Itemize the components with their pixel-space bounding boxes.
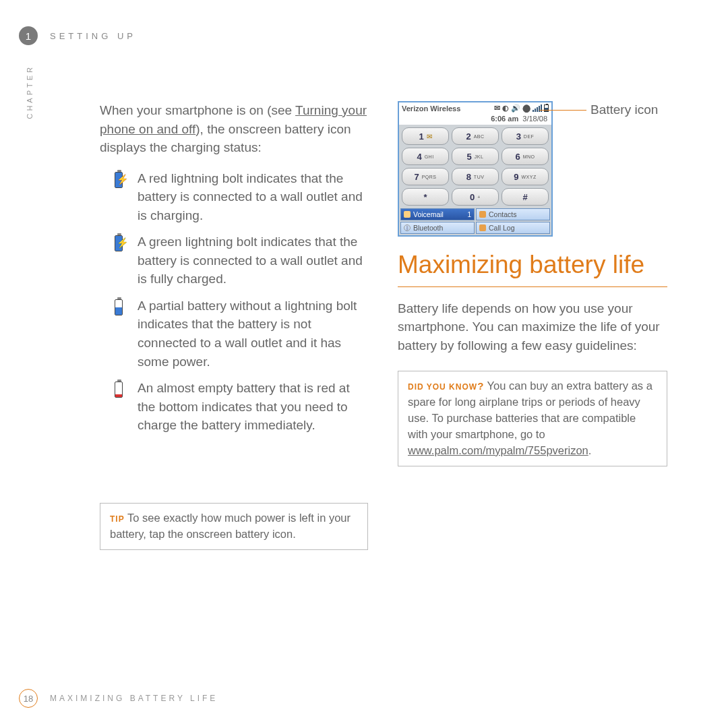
key-6[interactable]: 6MNO [502,148,549,165]
phone-screen: Verizon Wireless ✉ ◐ 🔊 ⬤ 6:06 am 3/18/08 [398,101,553,237]
list-item-text: An almost empty battery that is red at t… [138,379,368,435]
page-header: 1 SETTING UP [19,26,701,46]
softkey-contacts[interactable]: Contacts [476,208,550,220]
did-you-know-box: DID YOU KNOW? You can buy an extra batte… [398,371,667,466]
chapter-number-badge: 1 [19,26,38,45]
softkey-calllog[interactable]: Call Log [476,222,550,234]
page-number: 18 [19,689,38,708]
battery-empty-icon [100,379,138,435]
dyk-tail: . [588,444,592,456]
sound-icon: 🔊 [511,104,520,113]
page-footer: 18 MAXIMIZING BATTERY LIFE [19,689,218,708]
section-heading: Maximizing battery life [398,250,667,287]
intro-pre: When your smartphone is on (see [100,103,295,117]
key-8[interactable]: 8TUV [452,168,499,185]
mail-icon: ✉ [494,104,500,113]
battery-icon[interactable] [544,104,549,112]
battery-status-list: ⚡ A red lightning bolt indicates that th… [100,169,368,435]
list-item: An almost empty battery that is red at t… [100,379,368,435]
key-7[interactable]: 7PQRS [402,168,449,185]
key-hash[interactable]: # [502,188,549,206]
key-9[interactable]: 9WXYZ [502,168,549,185]
softkey-row-1: Voicemail1 Contacts [399,208,551,222]
dyk-link[interactable]: www.palm.com/mypalm/755pverizon [408,444,588,456]
chapter-side-label: CHAPTER [26,65,34,119]
key-1[interactable]: 1✉ [402,127,449,145]
list-item-text: A partial battery without a lightning bo… [138,297,368,371]
contacts-icon [479,211,486,218]
list-item-text: A red lightning bolt indicates that the … [138,169,368,225]
softkey-row-2: ᛒBluetooth Call Log [399,222,551,235]
key-4[interactable]: 4GHI [402,148,449,165]
chapter-name: SETTING UP [50,31,136,41]
list-item-text: A green lightning bolt indicates that th… [138,233,368,289]
network-icon: ⬤ [522,104,530,113]
battery-partial-icon [100,297,138,371]
softkey-voicemail[interactable]: Voicemail1 [400,208,475,220]
voicemail-icon [404,211,411,218]
signal-icon [533,105,542,112]
section-body: Battery life depends on how you use your… [398,299,667,355]
callout-label: Battery icon [590,102,658,117]
dyk-lead: DID YOU KNOW? [408,382,484,392]
battery-charging-red-icon: ⚡ [100,169,138,225]
tip-body: To see exactly how much power is left in… [110,512,351,540]
phone-date: 3/18/08 [522,115,547,123]
bluetooth-icon: ᛒ [404,224,411,231]
key-3[interactable]: 3DEF [502,127,549,145]
list-item: ⚡ A green lightning bolt indicates that … [100,233,368,289]
voicemail-glyph-icon: ✉ [427,133,432,140]
phone-time: 6:06 am [491,115,518,123]
calllog-icon [479,224,486,231]
key-2[interactable]: 2ABC [452,127,499,145]
left-column: When your smartphone is on (see Turning … [100,101,368,443]
phone-clock-row: 6:06 am 3/18/08 [399,114,551,125]
tip-box: TIP To see exactly how much power is lef… [100,503,368,550]
tip-lead: TIP [110,514,125,524]
status-icons: ✉ ◐ 🔊 ⬤ [494,104,549,113]
intro-paragraph: When your smartphone is on (see Turning … [100,101,368,157]
footer-title: MAXIMIZING BATTERY LIFE [50,694,218,703]
phone-screenshot: Verizon Wireless ✉ ◐ 🔊 ⬤ 6:06 am 3/18/08 [398,101,667,237]
carrier-label: Verizon Wireless [402,104,460,113]
list-item: ⚡ A red lightning bolt indicates that th… [100,169,368,225]
key-star[interactable]: * [402,188,449,206]
key-0[interactable]: 0+ [452,188,499,206]
battery-charged-green-icon: ⚡ [100,233,138,289]
softkey-bluetooth[interactable]: ᛒBluetooth [400,222,475,234]
dial-pad: 1✉ 2ABC 3DEF 4GHI 5JKL 6MNO 7PQRS 8TUV 9… [399,125,551,208]
list-item: A partial battery without a lightning bo… [100,297,368,371]
page: 1 SETTING UP CHAPTER When your smartphon… [0,0,728,728]
callout-line [539,110,586,111]
right-column: Verizon Wireless ✉ ◐ 🔊 ⬤ 6:06 am 3/18/08 [398,101,667,466]
phone-status-bar: Verizon Wireless ✉ ◐ 🔊 ⬤ [399,102,551,114]
sync-icon: ◐ [502,104,509,113]
key-5[interactable]: 5JKL [452,148,499,165]
